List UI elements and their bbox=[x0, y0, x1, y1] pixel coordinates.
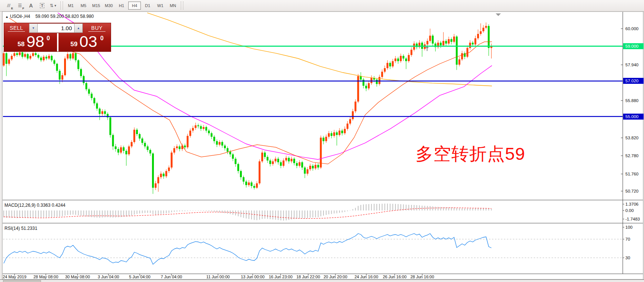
svg-text:100: 100 bbox=[625, 225, 632, 229]
buy-price-point: 0 bbox=[100, 35, 104, 42]
svg-text:30: 30 bbox=[625, 256, 630, 260]
volume-decrease-button[interactable]: ▼ bbox=[29, 23, 38, 33]
timeframe-M30[interactable]: M30 bbox=[103, 2, 115, 9]
top-toolbar: ⫽⫽E☰FAT⇅▼ M1M5M15M30H1H4D1W1MN bbox=[0, 0, 644, 12]
timeframe-group: M1M5M15M30H1H4D1W1MN bbox=[64, 1, 179, 10]
time-axis-label: 28 Jun 16:00 bbox=[410, 275, 434, 279]
time-axis-label: 30 May 08:00 bbox=[65, 275, 90, 279]
drawing-tools-group: ⫽⫽E☰FAT⇅▼ bbox=[3, 1, 59, 10]
sell-price-point: 0 bbox=[47, 35, 50, 42]
buy-underline bbox=[88, 31, 105, 32]
rsi-indicator-label: RSI(14) 51.2331 bbox=[4, 226, 37, 231]
timeframe-M15[interactable]: M15 bbox=[90, 2, 102, 9]
time-axis-label: 3 Jun 04:00 bbox=[98, 275, 119, 279]
time-axis-label: 11 Jun 00:00 bbox=[206, 275, 230, 279]
arrows-tool-icon[interactable]: ⇅▼ bbox=[48, 1, 58, 10]
text-label-tool-icon[interactable]: A bbox=[26, 1, 36, 10]
volume-control: ▼ ▲ bbox=[29, 23, 83, 33]
symbol-period-label: USOil-,H4 bbox=[10, 14, 30, 19]
buy-button-label: BUY bbox=[91, 25, 102, 31]
caret-up-icon: ▲ bbox=[77, 26, 80, 30]
sell-underline bbox=[8, 31, 25, 32]
svg-text:50.720: 50.720 bbox=[625, 189, 638, 193]
buy-price-display[interactable]: 59 03 0 bbox=[59, 33, 111, 51]
sell-price-int: 58 bbox=[18, 41, 25, 48]
chart-text-annotation[interactable]: 多空转折点59 bbox=[416, 142, 525, 166]
fibonacci-tool-icon[interactable]: ☰F bbox=[15, 1, 25, 10]
svg-text:70: 70 bbox=[625, 237, 630, 241]
timeframe-D1[interactable]: D1 bbox=[142, 2, 154, 9]
toolbar-separator bbox=[60, 1, 63, 10]
svg-text:-1.7483: -1.7483 bbox=[625, 217, 640, 221]
svg-text:57.020: 57.020 bbox=[625, 79, 638, 83]
sell-price-display[interactable]: 58 98 0 bbox=[4, 33, 57, 51]
svg-text:55.880: 55.880 bbox=[625, 98, 638, 103]
text-tool-icon[interactable]: T bbox=[37, 1, 47, 10]
sell-button[interactable]: SELL bbox=[4, 23, 29, 33]
buy-price-pips: 03 bbox=[79, 32, 97, 51]
time-axis-label: 5 Jun 04:00 bbox=[129, 275, 151, 279]
time-axis-label: 20 Jun 20:00 bbox=[323, 275, 347, 279]
svg-text:60.000: 60.000 bbox=[625, 26, 638, 31]
timeframe-M5[interactable]: M5 bbox=[78, 2, 89, 9]
time-axis-label: 26 Jun 16:00 bbox=[383, 275, 407, 279]
collapse-triangle-icon[interactable]: ▲ bbox=[5, 15, 9, 19]
time-axis-label: 24 May 2019 bbox=[3, 275, 26, 279]
bottom-scrollbar[interactable] bbox=[0, 279, 644, 282]
sell-price-pips: 98 bbox=[26, 32, 44, 51]
timeframe-M1[interactable]: M1 bbox=[65, 2, 77, 9]
svg-text:53.820: 53.820 bbox=[625, 136, 638, 140]
timeframe-W1[interactable]: W1 bbox=[154, 2, 166, 9]
time-axis-label: 18 Jun 22:00 bbox=[296, 275, 320, 279]
macd-indicator-label: MACD(12,26,9) 0.3363 0.4244 bbox=[4, 203, 65, 208]
equidistant-channel-tool-icon[interactable]: ⫽⫽E bbox=[4, 1, 13, 10]
timeframe-H1[interactable]: H1 bbox=[116, 2, 127, 9]
time-axis-label: 28 May 08:00 bbox=[34, 275, 59, 279]
caret-down-icon: ▼ bbox=[32, 26, 35, 30]
volume-increase-button[interactable]: ▲ bbox=[74, 23, 83, 33]
buy-button[interactable]: BUY bbox=[83, 23, 111, 33]
time-axis-label: 16 Jun 23:00 bbox=[269, 275, 293, 279]
svg-text:59.000: 59.000 bbox=[625, 44, 638, 48]
chart-symbol-header: ▲USOil-,H459.090 59.200 58.820 58.980 bbox=[5, 14, 94, 19]
scrollbar-thumb[interactable] bbox=[3, 280, 41, 282]
time-axis[interactable]: 24 May 201928 May 08:0030 May 08:003 Jun… bbox=[0, 275, 644, 279]
ohlc-values: 59.090 59.200 58.820 58.980 bbox=[35, 14, 94, 19]
sell-button-label: SELL bbox=[10, 25, 23, 31]
svg-text:57.940: 57.940 bbox=[625, 63, 638, 67]
time-axis-label: 24 Jun 16:00 bbox=[354, 275, 378, 279]
volume-input[interactable] bbox=[38, 23, 74, 33]
one-click-trading-panel: SELL ▼ ▲ BUY 58 98 0 59 03 0 bbox=[4, 23, 111, 52]
svg-text:51.760: 51.760 bbox=[625, 172, 638, 176]
svg-text:55.000: 55.000 bbox=[625, 114, 638, 119]
time-axis-label: 13 Jun 00:00 bbox=[241, 275, 265, 279]
timeframe-H4[interactable]: H4 bbox=[128, 1, 141, 10]
time-axis-label: 7 Jun 04:00 bbox=[161, 275, 182, 279]
toolbar-separator-2 bbox=[181, 1, 183, 10]
svg-text:1.3706: 1.3706 bbox=[625, 202, 638, 206]
svg-text:0.00: 0.00 bbox=[625, 208, 634, 213]
timeframe-MN[interactable]: MN bbox=[167, 2, 179, 9]
svg-text:52.780: 52.780 bbox=[625, 153, 638, 158]
buy-price-int: 59 bbox=[70, 41, 78, 48]
